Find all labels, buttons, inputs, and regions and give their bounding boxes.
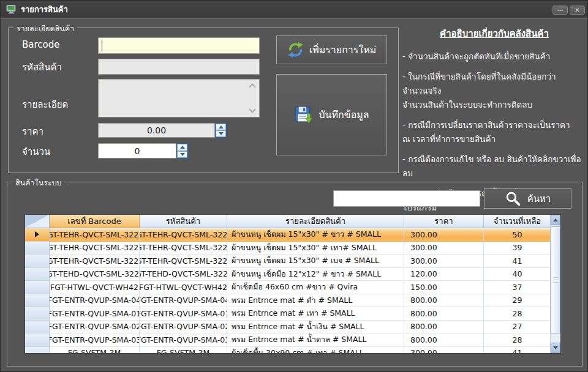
- row-selector[interactable]: [25, 242, 50, 255]
- quantity-spin-up-button[interactable]: [177, 144, 187, 151]
- barcode-input[interactable]: [98, 37, 260, 54]
- cell-code[interactable]: FGT-ENTR-QVUP-SMA-03: [140, 333, 227, 347]
- cell-price[interactable]: 300.00: [404, 242, 484, 255]
- cell-barcode[interactable]: FGT-TEHR-QVCT-SML-322...: [50, 242, 140, 255]
- row-selector[interactable]: [25, 294, 50, 308]
- minimize-button[interactable]: —: [552, 6, 568, 15]
- vertical-scrollbar[interactable]: [550, 215, 560, 353]
- cell-qty[interactable]: 50: [484, 228, 550, 242]
- row-selector[interactable]: [25, 268, 50, 281]
- cell-barcode[interactable]: FGT-ENTR-QVUP-SMA-03: [50, 333, 140, 347]
- cell-price[interactable]: 300.00: [404, 255, 484, 268]
- cell-qty[interactable]: 27: [484, 321, 550, 334]
- cell-code[interactable]: FGT-TEHR-QVCT-SML-322...: [140, 242, 227, 255]
- cell-barcode[interactable]: FGT-TEHR-QVCT-SML-322...: [50, 228, 140, 242]
- row-selector[interactable]: [25, 281, 50, 294]
- price-spin-down-button[interactable]: [216, 130, 226, 137]
- cell-description[interactable]: ผ้าเช็ดมือ 46x60 cm #ขาว # Qvira: [227, 281, 404, 294]
- cell-code[interactable]: FGT-ENTR-QVUP-SMA-02: [140, 321, 227, 334]
- search-input[interactable]: [333, 190, 480, 207]
- cell-description[interactable]: พรม Entrnce mat # น้ำตาล # SMALL: [227, 333, 404, 347]
- price-input-field[interactable]: [99, 124, 214, 137]
- table-row[interactable]: FGT-ENTR-QVUP-SMA-03FGT-ENTR-QVUP-SMA-03…: [25, 333, 550, 347]
- scroll-up-icon[interactable]: [249, 83, 255, 90]
- cell-barcode[interactable]: FGT-TEHD-QVCT-SML-322...: [50, 268, 140, 281]
- cell-price[interactable]: 800.00: [404, 307, 484, 321]
- scrollbar-thumb[interactable]: [551, 226, 560, 333]
- cell-price[interactable]: 300.00: [404, 228, 484, 242]
- cell-description[interactable]: ผ้าขนหนู เช็ดผม 15"x30" # เบจ # SMALL: [227, 255, 404, 268]
- table-row[interactable]: FGT-ENTR-QVUP-SMA-04FGT-ENTR-QVUP-SMA-04…: [25, 294, 550, 308]
- cell-qty[interactable]: 37: [484, 281, 550, 294]
- cell-description[interactable]: ผ้าขนหนู เช็ดผม 15"x30" # ขาว # SMALL: [227, 228, 404, 242]
- product-code-input[interactable]: [98, 59, 260, 75]
- row-selector[interactable]: [25, 228, 50, 242]
- table-row[interactable]: FGT-TEHR-QVCT-SML-322...FGT-TEHR-QVCT-SM…: [25, 255, 550, 268]
- titlebar[interactable]: รายการสินค้า — ✕: [1, 1, 587, 19]
- cell-qty[interactable]: 41: [484, 347, 550, 354]
- quantity-spin-down-button[interactable]: [177, 151, 187, 158]
- table-row[interactable]: FGT-TEHR-QVCT-SML-322...FGT-TEHR-QVCT-SM…: [25, 242, 550, 255]
- row-selector[interactable]: [25, 333, 50, 347]
- column-header[interactable]: รหัสสินค้า: [140, 215, 227, 228]
- cell-barcode[interactable]: FG-SVFTM-3M: [50, 347, 140, 354]
- cell-qty[interactable]: 40: [484, 268, 550, 281]
- product-code-input-field[interactable]: [99, 59, 259, 74]
- column-header[interactable]: จำนวนที่เหลือ: [484, 215, 550, 228]
- price-spin-up-button[interactable]: [216, 124, 226, 130]
- barcode-input-field[interactable]: [99, 38, 259, 53]
- cell-code[interactable]: FG-SVFTM-3M: [140, 347, 227, 354]
- scrollbar-up-button[interactable]: [551, 215, 560, 225]
- quantity-input-field[interactable]: [99, 144, 176, 158]
- cell-qty[interactable]: 28: [484, 307, 550, 321]
- cell-description[interactable]: ผ้าเช็ดพื้น 30x90 cm # เทา # SMALL: [227, 347, 404, 354]
- cell-barcode[interactable]: FGT-HTWL-QVCT-WH42: [50, 281, 140, 294]
- quantity-input[interactable]: [98, 143, 176, 158]
- row-selector[interactable]: [25, 347, 50, 354]
- cell-description[interactable]: ผ้าขนหนู เช็ดผม 15"x30" # เทา# SMALL: [227, 242, 404, 255]
- cell-barcode[interactable]: FGT-ENTR-QVUP-SMA-04: [50, 294, 140, 308]
- cell-code[interactable]: FGT-TEHD-QVCT-SML-322...: [140, 268, 227, 281]
- cell-code[interactable]: FGT-ENTR-QVUP-SMA-04: [140, 294, 227, 308]
- column-header[interactable]: เลขที่ Barcode: [50, 215, 140, 228]
- cell-description[interactable]: ผ้าขนหนู เช็ดมือ 12"x12" # ขาว # SMALL: [227, 268, 404, 281]
- cell-price[interactable]: 150.00: [404, 281, 484, 294]
- row-selector[interactable]: [25, 255, 50, 268]
- table-row[interactable]: FGT-ENTR-QVUP-SMA-01FGT-ENTR-QVUP-SMA-01…: [25, 307, 550, 321]
- cell-barcode[interactable]: FGT-ENTR-QVUP-SMA-01: [50, 307, 140, 321]
- cell-qty[interactable]: 41: [484, 255, 550, 268]
- cell-price[interactable]: 800.00: [404, 294, 484, 308]
- cell-price[interactable]: 120.00: [404, 268, 484, 281]
- table-row[interactable]: FGT-ENTR-QVUP-SMA-02FGT-ENTR-QVUP-SMA-02…: [25, 321, 550, 334]
- add-new-item-button[interactable]: เพิ่มรายการใหม่: [276, 35, 387, 64]
- cell-code[interactable]: FGT-ENTR-QVUP-SMA-01: [140, 307, 227, 321]
- select-all-corner-cell[interactable]: [25, 215, 50, 228]
- cell-price[interactable]: 300.00: [404, 347, 484, 354]
- cell-code[interactable]: FGT-TEHR-QVCT-SML-322...: [140, 255, 227, 268]
- cell-barcode[interactable]: FGT-TEHR-QVCT-SML-322...: [50, 255, 140, 268]
- close-button[interactable]: ✕: [570, 6, 585, 15]
- search-button[interactable]: ค้นหา: [484, 188, 571, 209]
- scrollbar-down-button[interactable]: [551, 343, 560, 353]
- table-row[interactable]: FGT-TEHR-QVCT-SML-322...FGT-TEHR-QVCT-SM…: [25, 228, 550, 242]
- cell-qty[interactable]: 28: [484, 333, 550, 347]
- table-row[interactable]: FGT-HTWL-QVCT-WH42FGT-HTWL-QVCT-WH42ผ้าเ…: [25, 281, 550, 294]
- scrollbar-track[interactable]: [551, 225, 560, 343]
- table-row[interactable]: FGT-TEHD-QVCT-SML-322...FGT-TEHD-QVCT-SM…: [25, 268, 550, 281]
- row-selector[interactable]: [25, 321, 50, 334]
- cell-price[interactable]: 800.00: [404, 321, 484, 334]
- scroll-down-icon[interactable]: [249, 106, 255, 113]
- column-header[interactable]: ราคา: [404, 215, 484, 228]
- price-input[interactable]: [98, 123, 215, 138]
- row-selector[interactable]: [25, 307, 50, 321]
- save-data-button[interactable]: บันทึกข้อมูล: [276, 74, 387, 155]
- cell-price[interactable]: 800.00: [404, 333, 484, 347]
- price-spinner[interactable]: [215, 123, 227, 138]
- column-header[interactable]: รายละเอียดสินค้า: [227, 215, 404, 228]
- cell-description[interactable]: พรม Entrnce mat # น้ำเงิน # SMALL: [227, 321, 404, 334]
- table-row[interactable]: FG-SVFTM-3MFG-SVFTM-3Mผ้าเช็ดพื้น 30x90 …: [25, 347, 550, 354]
- cell-description[interactable]: พรม Entrnce mat # เทา # SMALL: [227, 307, 404, 321]
- description-textarea[interactable]: [98, 79, 260, 117]
- quantity-spinner[interactable]: [176, 143, 188, 158]
- cell-code[interactable]: FGT-HTWL-QVCT-WH42: [140, 281, 227, 294]
